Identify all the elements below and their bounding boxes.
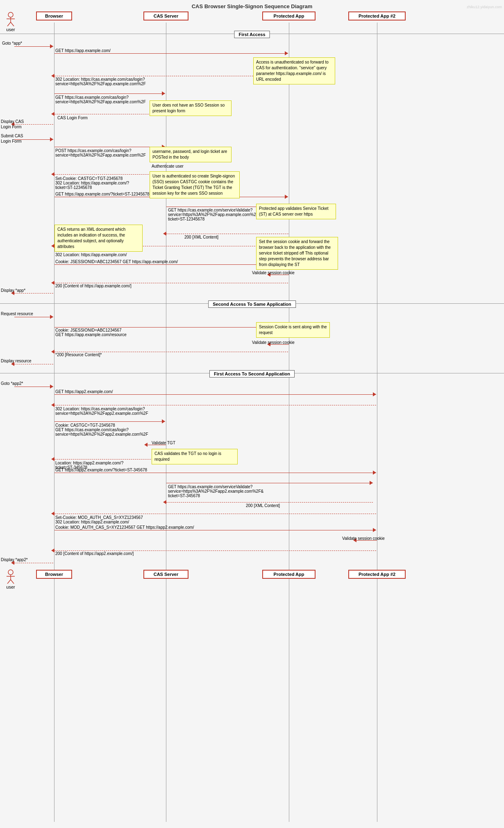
arrow-get-validate-app2-head xyxy=(370,481,373,485)
arrow-302-app2-head xyxy=(51,403,54,407)
section-label-first: First Access xyxy=(234,31,270,38)
arrow-goto-app2 xyxy=(14,387,53,387)
arrow-302-app2 xyxy=(54,405,376,405)
arrow-castgc-get-head xyxy=(162,419,165,423)
arrow-200-app2-content xyxy=(54,550,376,551)
arrow-200-content-head xyxy=(51,281,54,285)
actor-user-bottom-label: user xyxy=(5,585,16,589)
diagram-container: CAS Browser Single-Signon Sequence Diagr… xyxy=(0,0,504,11)
note-validate-tgt: Validate TGT xyxy=(152,441,175,445)
section-label-third: First Access To Second Application xyxy=(209,370,295,378)
label-cookie-get: Cookie: JSESSIONID=ABC1234567 GET https:… xyxy=(55,259,178,264)
arrow-cas-login-form xyxy=(54,114,165,114)
note-goto-app: Goto *app* xyxy=(2,41,22,45)
label-set-mod-auth: Set-Cookie: MOD_AUTH_CAS_S=XYZ1234567 30… xyxy=(55,515,170,524)
arrow-get-app-head xyxy=(285,51,288,55)
arrow-get-app2-head xyxy=(373,392,376,396)
header-app2-top: Protected App #2 xyxy=(348,11,406,20)
label-get-cas-login: GET https://cas.example.com/cas/login? s… xyxy=(55,95,162,104)
arrow-200-xml-app2 xyxy=(166,502,373,503)
arrow-castgc-get xyxy=(54,421,165,422)
svg-line-3 xyxy=(7,22,11,26)
note-submit-login: Submit CASLogin Form xyxy=(1,133,38,144)
arrow-set-mod-auth xyxy=(54,514,376,514)
arrow-200-xml-head xyxy=(163,232,166,236)
note-auth-user: Authenticate user xyxy=(152,164,184,168)
label-302-app2: 302 Location: https://cas.example.com/ca… xyxy=(55,407,170,416)
note-goto-app2: Goto *app2* xyxy=(1,381,23,386)
header-app-bottom: Protected App xyxy=(262,570,316,579)
note-request-resource: Request resource xyxy=(1,312,33,316)
label-post-cas: POST https://cas.example.com/cas/login? … xyxy=(55,148,162,157)
actor-user-top: user xyxy=(5,11,16,32)
arrow-location-app2 xyxy=(54,459,165,459)
note-tgt-valid: CAS validates the TGT so no login is req… xyxy=(152,449,238,464)
note-no-sso: User does not have an SSO Session so pre… xyxy=(150,100,232,116)
diagram-title: CAS Browser Single-Signon Sequence Diagr… xyxy=(0,0,504,11)
note-validate-session-app2: Validate session cookie xyxy=(342,536,385,541)
arrow-set-session-head xyxy=(51,244,54,248)
arrow-200-content xyxy=(54,283,288,283)
watermark: zhiku12.yidaiyun.com xyxy=(467,5,502,9)
arrow-get-app2-ticket-head xyxy=(373,471,376,475)
header-cas-bottom: CAS Server xyxy=(143,570,188,579)
actor-user-top-label: user xyxy=(5,27,16,32)
arrow-submit-login-head xyxy=(50,137,53,141)
label-302-redirect: 302 Location: https://cas.example.com/ca… xyxy=(55,77,170,86)
note-display-login: Display CASLogin Form xyxy=(1,119,38,130)
arrow-cookie-resource xyxy=(54,327,288,328)
arrow-goto-app-head xyxy=(50,44,53,48)
label-get-app: GET https://app.example.com/ xyxy=(55,48,111,53)
label-cookie-app2: Cookie: MOD_AUTH_CAS_S=XYZ1234567 GET ht… xyxy=(55,525,194,530)
label-200-content: 200 [Content of https://app.example.com/… xyxy=(55,284,132,288)
label-castgc-get: Cookie: CASTGC=TGT-2345678 GET https://c… xyxy=(55,423,162,437)
arrow-display-app2 xyxy=(14,563,53,563)
arrow-location-app2-head xyxy=(51,457,54,461)
svg-point-0 xyxy=(8,12,13,17)
svg-line-9 xyxy=(11,580,14,584)
arrow-validate-tgt-head xyxy=(144,443,148,447)
arrow-302-redirect-head xyxy=(51,74,54,78)
arrow-cookie-app2 xyxy=(54,530,376,530)
header-app2-bottom: Protected App #2 xyxy=(348,570,406,579)
note-post-body: username, password, and login ticket are… xyxy=(150,147,232,162)
svg-line-4 xyxy=(11,22,14,26)
arrow-get-validate-app2 xyxy=(166,483,373,483)
arrow-castgc-head xyxy=(51,172,54,176)
header-app-top: Protected App xyxy=(262,11,316,20)
note-unauthenticated: Access is unauthenticated so forward to … xyxy=(253,57,335,84)
lifeline-cas xyxy=(166,23,166,822)
label-get-ticket: GET https://app.example.com/?ticket=ST-1… xyxy=(55,192,150,196)
arrow-get-cas-login xyxy=(54,93,165,94)
section-label-second: Second Access To Same Application xyxy=(208,300,296,308)
arrow-get-cas-login-head xyxy=(162,91,165,96)
arrow-200-resource xyxy=(54,352,288,352)
note-session-sent: Session Cookie is sent along with the re… xyxy=(256,322,330,338)
arrow-200-app2-content-head xyxy=(51,548,54,553)
arrow-request-resource xyxy=(14,317,53,317)
note-display-app: Display *app* xyxy=(1,288,25,293)
label-get-app2: GET https://app2.example.com/ xyxy=(55,389,113,394)
note-xml-response: CAS returns an XML document which includ… xyxy=(54,225,143,252)
label-cas-login-form: CAS Login Form xyxy=(57,116,88,120)
arrow-200-xml xyxy=(166,234,288,234)
lifeline-app xyxy=(289,23,289,822)
arrow-post-cas xyxy=(54,147,165,147)
arrow-set-mod-auth-head xyxy=(51,512,54,516)
svg-point-5 xyxy=(8,570,13,575)
label-200-xml: 200 [XML Content] xyxy=(184,235,218,239)
note-display-app2: Display *app2* xyxy=(1,557,28,562)
arrow-200-xml-app2-head xyxy=(163,500,166,504)
header-cas-top: CAS Server xyxy=(143,11,188,20)
svg-line-8 xyxy=(7,580,11,584)
arrow-get-app2 xyxy=(54,394,376,395)
label-get-validate-app2: GET https://cas.example.com/serviceValid… xyxy=(168,485,291,498)
lifeline-browser xyxy=(54,23,54,822)
actor-user-bottom: user xyxy=(5,569,16,589)
arrow-goto-app2-head xyxy=(50,384,53,389)
note-sso-created: User is authenticated so create Single-s… xyxy=(150,171,240,198)
label-200-app2-content: 200 [Content of https://app2.example.com… xyxy=(55,551,134,556)
arrow-castgc xyxy=(54,174,165,175)
arrow-cas-login-form-head xyxy=(51,112,54,116)
note-validate-session: Validate session cookie xyxy=(252,271,295,275)
